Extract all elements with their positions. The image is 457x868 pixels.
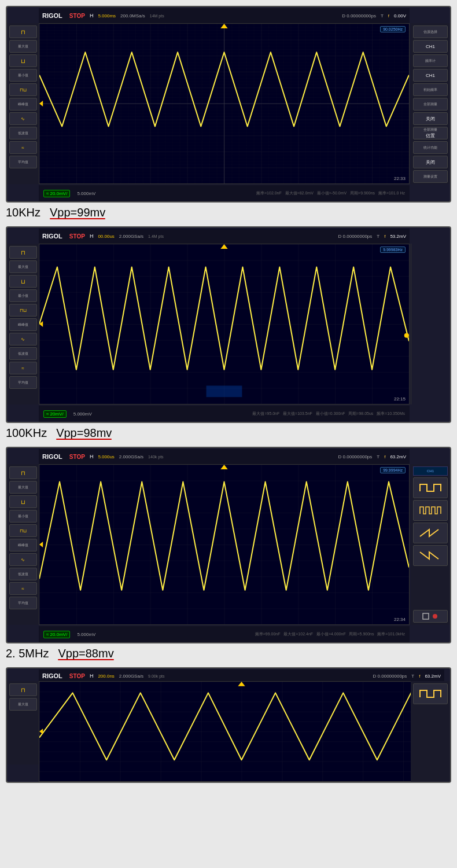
- osc3-btn-label4: 低波值: [9, 568, 37, 580]
- osc1-trigger-t: T: [381, 13, 384, 19]
- osc1-meas-row: 频率=102.0nF 最大值=82.0mV 最小值=-50.0mV 周期=9.9…: [256, 190, 405, 196]
- osc2-btn-4: ∿: [9, 333, 37, 345]
- osc2-screen: 9.99983Hz 22:15: [39, 244, 410, 404]
- svg-point-12: [404, 333, 409, 338]
- osc1-btn-label2: 最小值: [9, 69, 37, 82]
- osc3-footer-tb: 5.000mV: [77, 632, 95, 637]
- osc2-volt: 53.2mV: [390, 234, 406, 239]
- osc1-rb3-label: 频率计: [425, 58, 436, 64]
- osc1-btn-minwave: ⊔: [9, 54, 37, 67]
- osc1-right-btn-5: 初始频率: [413, 83, 448, 96]
- oscilloscope-2: RIGOL STOP H 00.00us 2.000GSa/s 1.4M pts…: [6, 226, 451, 423]
- osc2-trigger-f: f: [384, 234, 385, 239]
- oscilloscope-1: RIGOL STOP H 5.000ms 200.0MSa/s 14M pts …: [6, 6, 451, 203]
- osc1-right-btn-4: CH1: [413, 69, 448, 82]
- osc2-mode: H: [90, 233, 94, 239]
- osc2-ch1-scale: ≈ 20mV/: [43, 410, 67, 418]
- osc1-btn-rmswave: ∿: [9, 112, 37, 125]
- osc2-btn-1: ⊓: [9, 246, 37, 259]
- osc3-btn-label2: 最小值: [9, 510, 37, 523]
- osc1-btn-peakwave: ⊓⊔: [9, 83, 37, 96]
- osc1-logo: RIGOL: [42, 12, 62, 19]
- osc3-status: STOP: [69, 454, 85, 460]
- osc3-btn-label5: 平均值: [9, 597, 37, 609]
- osc4-timebase: 200.0ns: [98, 674, 114, 679]
- osc4-status: STOP: [69, 673, 85, 679]
- osc1-rb7-sub: 关闭: [426, 116, 435, 122]
- osc1-right-btn-7: 关闭: [413, 112, 448, 125]
- osc1-btn-label3: 峰峰值: [9, 98, 37, 111]
- osc4-samplerate: 2.000GSa/s: [119, 674, 143, 679]
- osc4-logo: RIGOL: [42, 672, 62, 679]
- osc4-trigger-t: T: [411, 674, 414, 679]
- osc2-status: STOP: [69, 233, 85, 240]
- osc2-meas-row: 最大值=95.0nF 最大值=103.5nF 最小值=0.300nF 周期=98…: [252, 411, 405, 417]
- osc1-right-btn-11: 测量设置: [413, 170, 448, 183]
- svg-rect-9: [207, 385, 242, 397]
- osc1-timestamp: 22:33: [394, 176, 406, 181]
- osc3-btn-4: ∿: [9, 553, 37, 566]
- osc1-header: RIGOL STOP H 5.000ms 200.0MSa/s 14M pts …: [39, 8, 410, 23]
- osc3-samplerate: 2.000GSa/s: [119, 454, 143, 459]
- osc4-mode: H: [90, 673, 94, 679]
- osc4-trigger-f: f: [419, 674, 420, 679]
- osc3-btn-1: ⊓: [9, 466, 37, 479]
- osc3-wave-rampdown[interactable]: [413, 545, 448, 566]
- osc3-wave-multipulse[interactable]: [413, 500, 448, 521]
- osc4-screen: 2.4999MHz: [39, 681, 444, 782]
- osc1-right-btn-10: 关闭: [413, 156, 448, 168]
- osc1-volt: 0.00V: [394, 13, 406, 19]
- osc2-header: RIGOL STOP H 00.00us 2.000GSa/s 1.4M pts…: [39, 229, 410, 244]
- osc1-btn-label4: 低波值: [9, 127, 37, 139]
- osc2-btn-label5: 平均值: [9, 376, 37, 389]
- caption-1: 10KHz Vpp=99mv: [6, 206, 451, 219]
- svg-point-18: [433, 614, 437, 619]
- osc4-pts: 9.00k pts: [148, 674, 164, 678]
- caption-2: 100KHz Vpp=98mv: [6, 426, 451, 440]
- osc3-wave-square[interactable]: [413, 477, 448, 498]
- osc1-freq-badge: 90.0250Hz: [380, 26, 406, 32]
- osc1-footer-tb: 5.000mV: [77, 191, 95, 196]
- oscilloscope-4: RIGOL STOP H 200.0ns 2.000GSa/s 9.00k pt…: [6, 667, 451, 783]
- osc3-logo: RIGOL: [42, 453, 62, 460]
- caption-1-vpp: Vpp=99mv: [50, 206, 105, 219]
- osc3-btn-2: ⊔: [9, 495, 37, 508]
- osc3-timebase: 5.000us: [98, 454, 114, 459]
- osc1-trigger-f: f: [388, 13, 389, 19]
- osc2-right-sidebar: [411, 244, 450, 404]
- osc3-btn-label3: 峰峰值: [9, 539, 37, 551]
- osc2-btn-label3: 峰峰值: [9, 318, 37, 331]
- osc1-right-btn-3: 频率计: [413, 54, 448, 67]
- osc4-btn-label1: 最大值: [9, 698, 37, 711]
- caption-2-vpp: Vpp=98mv: [56, 426, 112, 440]
- osc3-footer: ≈ 20.0mV/ 5.000mV 频率=99.00nF 最大值=102.4nF…: [39, 626, 410, 642]
- osc2-pts: 1.4M pts: [148, 234, 164, 238]
- osc1-rb8-label: 全部测量: [423, 127, 437, 133]
- osc4-wave-square[interactable]: [413, 683, 448, 704]
- oscilloscope-3: RIGOL STOP H 5.000us 2.000GSa/s 140k pts…: [6, 447, 451, 643]
- osc3-ch1-select: CH1: [413, 466, 448, 476]
- osc2-btn-2: ⊔: [9, 275, 37, 288]
- osc1-rb4-sub: CH1: [426, 73, 435, 78]
- osc3-grid: [39, 465, 409, 624]
- osc1-screen: 90.0250Hz 22:33: [39, 23, 410, 184]
- osc1-rb1-label: 信源选择: [423, 30, 437, 35]
- osc3-left-sidebar: ⊓ 最大值 ⊔ 最小值 ⊓⊔ 峰峰值 ∿ 低波值 ≈ 平均值: [7, 464, 39, 625]
- osc2-btn-5: ≈: [9, 362, 37, 374]
- caption-1-freq: 10KHz: [6, 206, 40, 219]
- osc3-screen: 99.9994Hz 22:34: [39, 464, 410, 625]
- osc3-wave-rampup[interactable]: [413, 523, 448, 543]
- osc1-btn-label5: 平均值: [9, 156, 37, 168]
- osc2-timebase: 00.00us: [98, 234, 114, 239]
- osc2-timestamp: 22:15: [394, 396, 406, 402]
- osc2-btn-label1: 最大值: [9, 260, 37, 273]
- caption-3: 2. 5MHz Vpp=88mv: [6, 647, 451, 660]
- osc1-right-btn-8: 全部测量 估置: [413, 127, 448, 139]
- caption-3-vpp: Vpp=88mv: [58, 647, 113, 660]
- osc3-meas-row: 频率=99.00nF 最大值=102.4nF 最小值=4.000nF 周期=5.…: [255, 631, 405, 637]
- osc1-right-btn-9: 统计功能: [413, 141, 448, 154]
- osc3-record-btn[interactable]: [413, 610, 448, 623]
- osc1-rb9-label: 统计功能: [423, 145, 437, 150]
- osc2-btn-label2: 最小值: [9, 289, 37, 302]
- osc1-timebase: 5.000ms: [98, 13, 116, 19]
